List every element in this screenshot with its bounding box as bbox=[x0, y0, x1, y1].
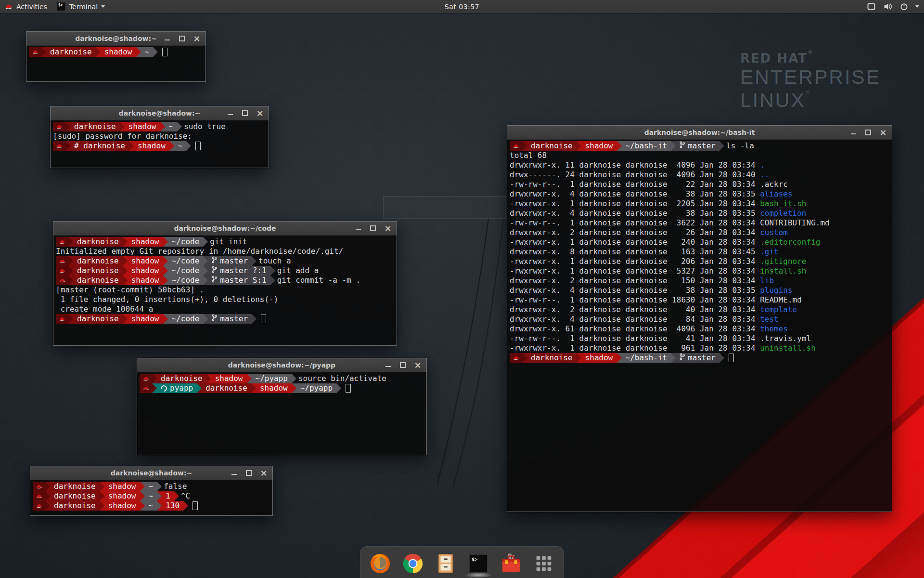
terminal-window-pyapp: darknoise@shadow:~/pyapp×darknoiseshadow… bbox=[137, 358, 427, 455]
prompt-segment-hat bbox=[29, 47, 41, 57]
prompt-segment-host: shadow bbox=[128, 266, 163, 276]
dock-item-files[interactable] bbox=[434, 552, 458, 576]
file-attributes: drwxrwxr-x. 4 darknoise darknoise 38 Jan… bbox=[510, 286, 760, 295]
window-titlebar[interactable]: darknoise@shadow:~× bbox=[26, 32, 205, 46]
prompt-segment-host: shadow bbox=[581, 353, 617, 363]
terminal-body[interactable]: darknoiseshadow~/pyappsource bin/activat… bbox=[137, 372, 426, 455]
powerline-separator bbox=[41, 47, 46, 57]
powerline-separator bbox=[270, 266, 275, 276]
clock-button[interactable]: Sat 03:57 bbox=[440, 0, 484, 13]
close-button[interactable]: × bbox=[257, 110, 263, 117]
window-titlebar[interactable]: darknoise@shadow:~× bbox=[51, 106, 269, 120]
dock-item-toolbox[interactable] bbox=[499, 552, 523, 576]
segment-label: master ?:1 bbox=[220, 266, 266, 276]
terminal-body[interactable]: darknoiseshadow~/codegit initInitialized… bbox=[53, 236, 397, 345]
powerline-separator bbox=[68, 276, 73, 285]
maximize-button[interactable] bbox=[179, 35, 185, 42]
terminal-output-line: total 68 bbox=[510, 151, 889, 160]
segment-label: darknoise bbox=[54, 501, 96, 511]
minimize-icon bbox=[356, 229, 361, 230]
window-titlebar[interactable]: darknoise@shadow:~/code× bbox=[53, 222, 397, 236]
close-button[interactable]: × bbox=[880, 129, 886, 136]
window-titlebar[interactable]: darknoise@shadow:~× bbox=[30, 466, 272, 480]
terminal-body[interactable]: darknoiseshadow~ bbox=[26, 46, 205, 81]
redhat-icon bbox=[56, 144, 63, 149]
window-titlebar[interactable]: darknoise@shadow:~/bash-it× bbox=[507, 126, 892, 140]
minimize-button[interactable] bbox=[227, 110, 233, 117]
prompt-segment-host: shadow bbox=[128, 276, 163, 285]
maximize-button[interactable] bbox=[242, 110, 248, 117]
minimize-icon bbox=[228, 114, 233, 115]
window-controls: × bbox=[231, 466, 267, 480]
activities-button[interactable]: Activities bbox=[0, 0, 52, 13]
file-attributes: -rw-rw-r--. 1 darknoise darknoise 41 Jan… bbox=[510, 334, 760, 343]
segment-label: darknoise bbox=[77, 237, 119, 247]
terminal-text: 1 file changed, 0 insertions(+), 0 delet… bbox=[56, 295, 278, 304]
dock-item-chrome[interactable] bbox=[401, 552, 425, 576]
terminal-body[interactable]: darknoiseshadow~/bash-itmasterls -latota… bbox=[507, 140, 892, 512]
window-controls: × bbox=[227, 106, 263, 120]
minimize-button[interactable] bbox=[164, 35, 170, 42]
redhat-icon bbox=[513, 144, 519, 149]
file-attributes: -rwxrwxr-x. 1 darknoise darknoise 5327 J… bbox=[510, 266, 760, 276]
maximize-button[interactable] bbox=[370, 225, 376, 232]
window-titlebar[interactable]: darknoise@shadow:~/pyapp× bbox=[137, 358, 426, 372]
prompt-segment-user: darknoise bbox=[73, 276, 123, 285]
segment-label: shadow bbox=[108, 491, 136, 501]
terminal-body[interactable]: darknoiseshadow~sudo true[sudo] password… bbox=[51, 120, 269, 168]
terminal-body[interactable]: darknoiseshadow~falsedarknoiseshadow~1^C… bbox=[30, 480, 272, 515]
minimize-button[interactable] bbox=[231, 470, 237, 476]
prompt-segment-host: shadow bbox=[581, 141, 617, 151]
close-button[interactable]: × bbox=[260, 470, 267, 476]
close-button[interactable]: × bbox=[385, 225, 391, 232]
close-button[interactable]: × bbox=[414, 362, 421, 368]
file-attributes: -rw-rw-r--. 1 darknoise darknoise 3622 J… bbox=[510, 218, 760, 228]
powerline-separator bbox=[160, 122, 165, 131]
file-name: CONTRIBUTING.md bbox=[760, 218, 830, 228]
maximize-button[interactable] bbox=[865, 129, 872, 136]
desktop-background: RED HAT® ENTERPRISE LINUX® darknoise@sha… bbox=[0, 0, 924, 578]
file-name: .ackrc bbox=[760, 180, 788, 189]
prompt-segment-path: ~/code bbox=[168, 276, 204, 285]
minimize-button[interactable] bbox=[850, 129, 857, 136]
prompt-segment-user: darknoise bbox=[70, 122, 120, 131]
powerline-separator bbox=[157, 501, 162, 511]
powerline-separator bbox=[203, 276, 208, 285]
git-branch-icon-wrap bbox=[212, 266, 217, 276]
terminal-app-menu[interactable]: $> Terminal bbox=[52, 0, 110, 13]
powerline-separator bbox=[153, 47, 158, 57]
powerline-separator bbox=[45, 482, 50, 491]
minimize-button[interactable] bbox=[355, 225, 361, 232]
prompt-segment-hat bbox=[56, 276, 68, 285]
terminal-window-sudo: darknoise@shadow:~×darknoiseshadow~sudo … bbox=[50, 106, 269, 168]
powerline-separator bbox=[252, 256, 257, 266]
segment-label: darknoise bbox=[161, 374, 203, 383]
system-status-area[interactable] bbox=[867, 0, 924, 13]
powerline-separator bbox=[197, 383, 202, 393]
window-controls: × bbox=[164, 32, 200, 45]
segment-label: pyapp bbox=[170, 383, 193, 393]
dock-item-terminal[interactable]: $> bbox=[466, 552, 490, 576]
powerline-separator bbox=[163, 237, 168, 247]
prompt-line: darknoiseshadow~/codemaster S:1git commi… bbox=[56, 276, 394, 285]
minimize-button[interactable] bbox=[385, 362, 391, 368]
segment-label: shadow bbox=[131, 314, 159, 324]
file-name: install.sh bbox=[760, 266, 806, 276]
prompt-line: darknoiseshadow~ bbox=[29, 47, 203, 57]
powerline-separator bbox=[140, 501, 145, 511]
window-title: darknoise@shadow:~ bbox=[75, 35, 157, 42]
maximize-icon bbox=[370, 225, 376, 231]
prompt-segment-git: master bbox=[208, 256, 252, 266]
dock-item-app-grid[interactable] bbox=[532, 552, 556, 576]
maximize-button[interactable] bbox=[245, 470, 252, 476]
file-name: uninstall.sh bbox=[760, 343, 816, 353]
segment-label: darknoise bbox=[54, 482, 96, 491]
close-button[interactable]: × bbox=[193, 35, 200, 42]
prompt-segment-user: darknoise bbox=[50, 491, 100, 501]
maximize-button[interactable] bbox=[399, 362, 406, 368]
dock-item-firefox[interactable] bbox=[368, 552, 392, 576]
file-attributes: drwxrwxr-x. 2 darknoise darknoise 40 Jan… bbox=[510, 305, 760, 315]
redhat-icon bbox=[513, 355, 519, 361]
powerline-separator bbox=[129, 141, 134, 151]
powerline-separator bbox=[163, 266, 168, 276]
